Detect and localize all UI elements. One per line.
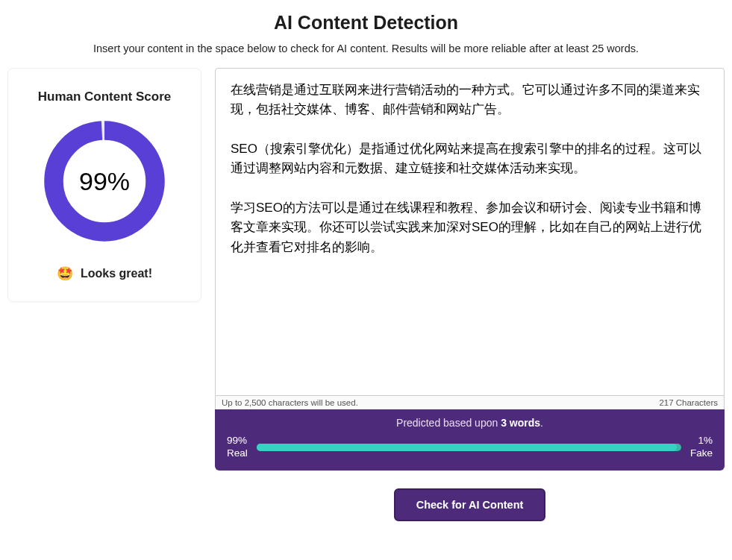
status-emoji-icon: 🤩 <box>57 265 73 282</box>
prediction-bar <box>257 444 681 451</box>
score-value: 99% <box>79 167 130 196</box>
page-title: AI Content Detection <box>0 12 732 34</box>
page-subtitle: Insert your content in the space below t… <box>0 43 732 54</box>
content-textarea[interactable] <box>215 68 725 396</box>
real-percent: 99% <box>227 435 248 447</box>
prediction-title: Predicted based upon 3 words. <box>227 417 713 429</box>
char-count: 217 Characters <box>659 398 718 407</box>
score-panel: Human Content Score 99% 🤩 Looks great! <box>7 68 201 302</box>
fake-label: Fake <box>690 447 713 460</box>
status-label: Looks great! <box>81 267 152 280</box>
real-label: Real <box>227 447 248 460</box>
fake-percent: 1% <box>690 435 713 447</box>
char-limit-note: Up to 2,500 characters will be used. <box>222 398 358 407</box>
score-donut-chart: 99% <box>41 118 168 245</box>
main-panel: Up to 2,500 characters will be used. 217… <box>215 68 725 521</box>
score-title: Human Content Score <box>22 89 187 104</box>
check-ai-content-button[interactable]: Check for AI Content <box>394 488 546 521</box>
prediction-box: Predicted based upon 3 words. 99% Real 1… <box>215 409 725 471</box>
